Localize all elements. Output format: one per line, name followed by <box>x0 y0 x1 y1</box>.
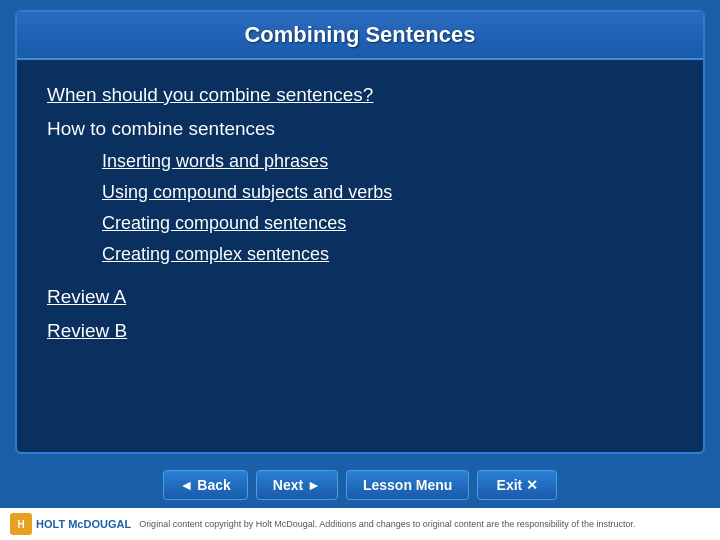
review-a-link[interactable]: Review A <box>47 282 673 312</box>
creating-compound-link[interactable]: Creating compound sentences <box>102 210 673 237</box>
slide-content: When should you combine sentences? How t… <box>17 60 703 452</box>
back-button[interactable]: ◄ Back <box>163 470 248 500</box>
holt-logo-text: HOLT McDOUGAL <box>36 518 131 530</box>
footer-bar: H HOLT McDOUGAL Original content copyrig… <box>0 508 720 540</box>
lesson-menu-button[interactable]: Lesson Menu <box>346 470 469 500</box>
holt-logo: H HOLT McDOUGAL <box>10 513 131 535</box>
slide-header: Combining Sentences <box>17 12 703 60</box>
inserting-words-link[interactable]: Inserting words and phrases <box>102 148 673 175</box>
how-combine-label: How to combine sentences <box>47 114 673 144</box>
review-b-link[interactable]: Review B <box>47 316 673 346</box>
exit-button[interactable]: Exit ✕ <box>477 470 557 500</box>
holt-icon: H <box>10 513 32 535</box>
using-compound-link[interactable]: Using compound subjects and verbs <box>102 179 673 206</box>
slide-title: Combining Sentences <box>37 22 683 48</box>
when-combine-link[interactable]: When should you combine sentences? <box>47 80 673 110</box>
nav-bar: ◄ Back Next ► Lesson Menu Exit ✕ <box>0 462 720 508</box>
slide-container: Combining Sentences When should you comb… <box>15 10 705 454</box>
footer-copyright: Original content copyright by Holt McDou… <box>139 519 710 529</box>
next-button[interactable]: Next ► <box>256 470 338 500</box>
main-area: Combining Sentences When should you comb… <box>0 0 720 462</box>
creating-complex-link[interactable]: Creating complex sentences <box>102 241 673 268</box>
